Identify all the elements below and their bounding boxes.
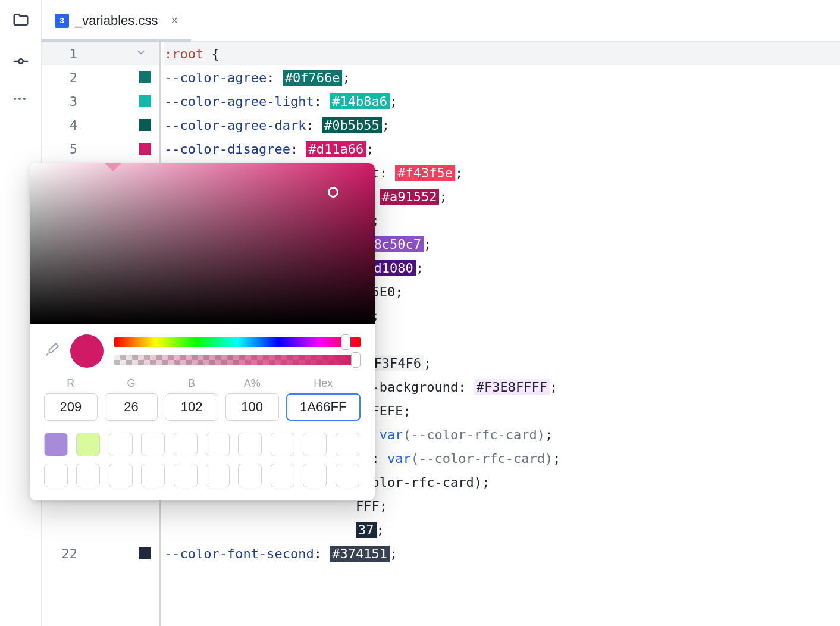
a-label: A% — [244, 377, 261, 390]
code-line[interactable]: :root { — [164, 42, 840, 65]
g-label: G — [127, 377, 135, 390]
alpha-slider[interactable] — [114, 355, 361, 365]
gutter-color-swatch[interactable] — [139, 71, 151, 83]
explorer-icon[interactable] — [12, 11, 30, 31]
a-input[interactable] — [225, 393, 279, 421]
r-input[interactable] — [44, 393, 98, 421]
preset-swatch[interactable] — [109, 464, 133, 487]
g-input[interactable] — [105, 393, 158, 421]
hex-label: Hex — [314, 377, 333, 390]
line-number: 4 — [42, 118, 89, 133]
tab-variables-css[interactable]: 3 _variables.css × — [42, 0, 191, 41]
hex-input[interactable] — [286, 393, 361, 421]
gutter-line: 4 — [42, 113, 159, 137]
hue-thumb[interactable] — [341, 334, 350, 350]
color-preview — [70, 334, 104, 368]
fold-chevron-icon[interactable] — [136, 47, 146, 60]
code-line[interactable]: --color-disagree: #d11a66; — [164, 137, 840, 161]
preset-swatch[interactable] — [141, 433, 165, 456]
preset-swatch[interactable] — [141, 464, 165, 487]
gutter-line: 3 — [42, 89, 159, 113]
preset-swatch[interactable] — [271, 464, 294, 487]
code-line[interactable]: --color-agree-dark: #0b5b55; — [164, 113, 840, 137]
preset-swatch[interactable] — [303, 464, 327, 487]
preset-swatch[interactable] — [303, 433, 327, 456]
preset-swatch[interactable] — [174, 433, 198, 456]
gutter-line — [42, 518, 159, 542]
preset-swatch[interactable] — [336, 464, 359, 487]
gutter-color-swatch[interactable] — [139, 143, 151, 155]
eyedropper-icon[interactable] — [44, 342, 59, 360]
hue-slider[interactable] — [114, 337, 361, 347]
more-icon[interactable]: ••• — [14, 94, 28, 104]
line-number: 5 — [42, 142, 89, 156]
gutter-color-swatch[interactable] — [139, 95, 151, 107]
code-line[interactable]: 37; — [164, 518, 840, 542]
source-control-icon[interactable] — [12, 52, 30, 73]
saturation-brightness-area[interactable] — [30, 163, 375, 324]
preset-swatch[interactable] — [76, 433, 100, 456]
gutter-line: 22 — [42, 542, 159, 565]
preset-swatch[interactable] — [238, 464, 262, 487]
code-line[interactable]: --color-agree: #0f766e; — [164, 65, 840, 89]
close-icon[interactable]: × — [171, 14, 178, 27]
sb-cursor[interactable] — [328, 187, 338, 198]
preset-swatch[interactable] — [206, 433, 230, 456]
gutter-line: 1 — [42, 42, 159, 65]
preset-swatch[interactable] — [174, 464, 198, 487]
preset-swatch[interactable] — [44, 464, 68, 487]
line-number: 1 — [42, 46, 89, 61]
preset-swatch[interactable] — [271, 433, 294, 456]
gutter-color-swatch[interactable] — [139, 547, 151, 559]
gutter-line: 2 — [42, 65, 159, 89]
preset-swatch[interactable] — [336, 433, 359, 456]
alpha-thumb[interactable] — [351, 352, 361, 368]
b-input[interactable] — [165, 393, 218, 421]
color-picker-popover: R G B A% Hex — [30, 163, 375, 500]
line-number: 3 — [42, 94, 89, 109]
code-line[interactable]: --color-font-second: #374151; — [164, 542, 840, 565]
preset-swatch[interactable] — [238, 433, 262, 456]
gutter-line: 5 — [42, 137, 159, 161]
preset-swatch[interactable] — [206, 464, 230, 487]
preset-swatch[interactable] — [76, 464, 100, 487]
preset-swatch[interactable] — [44, 433, 68, 456]
preset-swatch[interactable] — [109, 433, 133, 456]
r-label: R — [67, 377, 74, 390]
tab-label: _variables.css — [75, 13, 158, 29]
css-file-icon: 3 — [55, 14, 69, 28]
gutter-color-swatch[interactable] — [139, 119, 151, 131]
code-line[interactable]: --color-agree-light: #14b8a6; — [164, 89, 840, 113]
b-label: B — [188, 377, 195, 390]
line-number: 2 — [42, 70, 89, 85]
line-number: 22 — [42, 546, 89, 561]
